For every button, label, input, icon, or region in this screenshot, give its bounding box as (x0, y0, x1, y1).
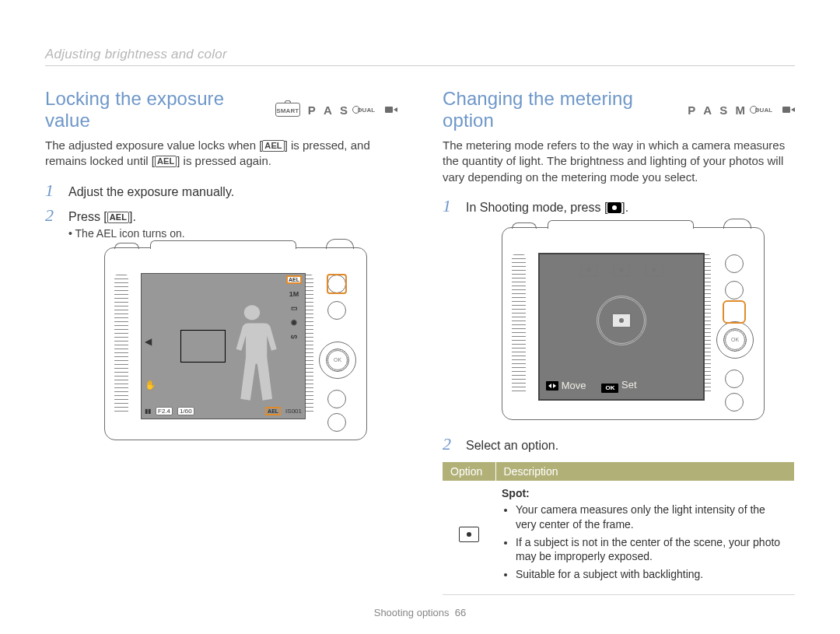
option-bullet: If a subject is not in the center of the… (516, 535, 789, 565)
table-header-description: Description (495, 462, 795, 481)
ok-icon: OK (601, 384, 618, 393)
metering-icon (607, 202, 621, 213)
mode-strip: SMART P A S DUAL (275, 103, 397, 117)
intro-text: The adjusted exposure value locks when [… (45, 138, 397, 170)
movie-mode-icon (782, 105, 795, 114)
lcd-metering-options (580, 264, 663, 276)
camera-ok-button: OK (327, 350, 348, 370)
lcd-side-icon: 1M (289, 290, 299, 298)
smart-mode-icon: SMART (275, 103, 300, 117)
mode-p-icon: P (308, 103, 316, 117)
lcd-bottom-row: ▮▮ F2.4 1/60 AEL IS001 (145, 407, 302, 415)
option-bullet: Suitable for a subject with backlighting… (516, 567, 789, 582)
set-label: Set (621, 379, 637, 391)
step-text: Adjust the exposure manually. (68, 185, 234, 199)
step-text: Select an option. (466, 439, 558, 453)
aperture-value: F2.4 (156, 407, 173, 415)
step-number: 1 (443, 196, 457, 216)
step-text: In Shooting mode, press []. (466, 201, 628, 215)
intro-text: The metering mode refers to the way in w… (443, 138, 795, 185)
footer-section: Shooting options (374, 607, 450, 618)
movie-mode-icon (385, 105, 397, 114)
option-description-cell: Spot: Your camera measures only the ligh… (495, 481, 795, 595)
iso-value: IS001 (285, 408, 302, 415)
move-label: Move (562, 380, 586, 391)
lcd-side-icon: ᔕ (291, 332, 297, 340)
table-row: Spot: Your camera measures only the ligh… (443, 481, 795, 595)
option-bullet: Your camera measures only the light inte… (516, 503, 789, 532)
battery-icon: ▮▮ (145, 408, 151, 415)
section-title-metering: Changing the metering option P A S M DUA… (443, 88, 795, 131)
focus-box-icon (180, 330, 226, 363)
metering-option-icon (613, 264, 630, 276)
mode-a-icon: A (324, 103, 332, 117)
step-number: 1 (45, 180, 59, 201)
camera-lcd: AEL 1M ▭ ◉ ᔕ ◀ ✋ (141, 273, 306, 419)
camera-button (725, 370, 744, 388)
step-1: 1 Adjust the exposure manually. (45, 180, 397, 201)
mode-m-icon: M (735, 103, 745, 117)
left-column: Locking the exposure value SMART P A S D… (45, 88, 397, 595)
metering-options-table: Option Description Spot: Your camera mea… (443, 462, 795, 595)
camera-ael-highlight (327, 274, 347, 294)
camera-lcd: Move OK Set (538, 253, 705, 401)
arrows-icon (546, 381, 558, 391)
option-name: Spot: (502, 487, 530, 499)
option-icon-cell (443, 481, 495, 595)
step-number: 2 (45, 205, 59, 226)
lcd-help-bar: Move OK Set (546, 379, 637, 393)
breadcrumb: Adjusting brightness and color (45, 47, 795, 62)
ael-chip-icon: AEL (265, 407, 281, 415)
camera-illustration-metering: OK Move OK Set (502, 227, 765, 420)
camera-button (725, 393, 744, 412)
mode-s-icon: S (719, 103, 727, 117)
section-title-lock-exposure: Locking the exposure value SMART P A S D… (45, 88, 397, 131)
step2-bullet: • The AEL icon turns on. (68, 227, 397, 240)
ael-icon: AEL (262, 140, 284, 152)
camera-button (725, 281, 744, 299)
lcd-side-icon: ▭ (291, 304, 298, 312)
title-text: Changing the metering option (443, 88, 678, 131)
intro-part1: The adjusted exposure value locks when [ (45, 138, 262, 152)
step-1: 1 In Shooting mode, press []. (443, 196, 795, 216)
camera-illustration-lock-exposure: OK AEL 1M ▭ ◉ ᔕ (104, 247, 367, 440)
mode-strip: P A S M DUAL (688, 103, 795, 117)
shutter-value: 1/60 (177, 407, 194, 415)
step-2: 2 Press [AEL]. (45, 205, 397, 226)
step1-post: ]. (621, 201, 628, 214)
camera-button (725, 254, 744, 273)
dual-mode-icon: DUAL (355, 104, 377, 115)
step2-post: ]. (129, 210, 136, 223)
metering-option-icon (580, 264, 597, 276)
camera-metering-highlight (723, 300, 746, 324)
step-number: 2 (443, 434, 457, 454)
intro-part3: ] is pressed again. (177, 154, 271, 167)
dual-mode-icon: DUAL (753, 104, 775, 115)
table-header-option: Option (443, 462, 495, 481)
step-2: 2 Select an option. (443, 434, 795, 454)
camera-button (327, 301, 346, 320)
footer: Shooting options 66 (374, 607, 467, 618)
page-number: 66 (455, 607, 466, 618)
left-arrow-icon: ◀ (145, 336, 152, 347)
lcd-ael-indicator: AEL (286, 275, 302, 284)
camera-ok-button: OK (725, 330, 745, 350)
step2-pre: Press [ (68, 210, 107, 223)
lcd-side-icon: ◉ (291, 318, 297, 326)
title-text: Locking the exposure value (45, 88, 266, 131)
metering-option-icon (646, 264, 663, 276)
anti-shake-icon: ✋ (145, 380, 156, 391)
step-text: Press [AEL]. (68, 210, 136, 224)
step1-pre: In Shooting mode, press [ (466, 201, 607, 214)
ael-icon: AEL (155, 156, 177, 167)
camera-button (327, 390, 346, 408)
mode-p-icon: P (688, 103, 695, 117)
camera-button (327, 413, 346, 432)
divider (45, 65, 795, 66)
mode-s-icon: S (340, 103, 348, 117)
silhouette-icon (226, 303, 278, 403)
step2-bullet-text: The AEL icon turns on. (75, 227, 185, 240)
right-column: Changing the metering option P A S M DUA… (443, 88, 795, 595)
ael-icon: AEL (107, 212, 129, 223)
metering-selected-icon (597, 296, 646, 345)
